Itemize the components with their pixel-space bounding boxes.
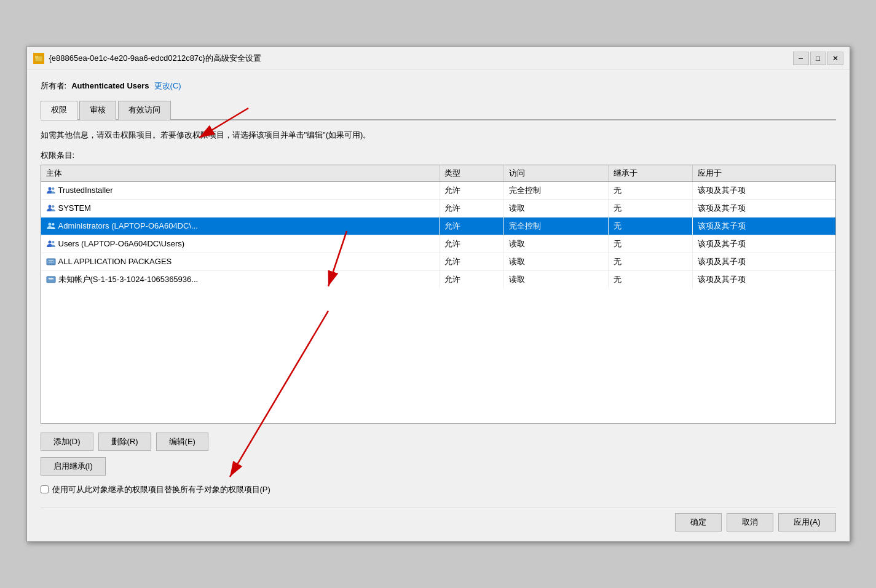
cell-principal: Administrators (LAPTOP-O6A604DC\...: [41, 218, 440, 235]
cell-access: 读取: [504, 253, 608, 271]
cell-type: 允许: [439, 235, 503, 253]
action-buttons-row: 添加(D) 删除(R) 编辑(E): [41, 433, 836, 451]
window-title: {e88865ea-0e1c-4e20-9aa6-edcd0212c87c}的高…: [49, 53, 793, 64]
table-row[interactable]: Users (LAPTOP-O6A604DC\Users) 允许 读取 无 该项…: [41, 235, 835, 253]
table-header-row: 主体 类型 访问 继承于 应用于: [41, 165, 835, 182]
enable-inherit-button[interactable]: 启用继承(I): [41, 457, 106, 476]
svg-point-2: [48, 187, 51, 190]
table-row[interactable]: Administrators (LAPTOP-O6A604DC\... 允许 完…: [41, 218, 835, 235]
tab-audit[interactable]: 审核: [79, 101, 116, 120]
cell-inherited: 无: [608, 182, 692, 200]
col-header-inherited: 继承于: [608, 165, 692, 182]
cell-inherited: 无: [608, 271, 692, 289]
cell-applies-to: 该项及其子项: [693, 200, 835, 218]
cell-type: 允许: [439, 200, 503, 218]
replace-checkbox-label[interactable]: 使用可从此对象继承的权限项目替换所有子对象的权限项目(P): [52, 484, 270, 495]
change-owner-link[interactable]: 更改(C): [154, 80, 181, 92]
cell-type: 允许: [439, 253, 503, 271]
cell-access: 读取: [504, 235, 608, 253]
cell-inherited: 无: [608, 235, 692, 253]
apply-button[interactable]: 应用(A): [778, 513, 835, 531]
cell-principal: Users (LAPTOP-O6A604DC\Users): [41, 235, 440, 253]
col-header-applies: 应用于: [693, 165, 835, 182]
cell-applies-to: 该项及其子项: [693, 182, 835, 200]
cell-access: 读取: [504, 200, 608, 218]
cell-type: 允许: [439, 218, 503, 235]
table-row[interactable]: SYSTEM 允许 读取 无 该项及其子项: [41, 200, 835, 218]
svg-point-3: [52, 187, 54, 190]
table-empty-area: [41, 288, 835, 423]
window-icon: [33, 53, 44, 64]
svg-rect-15: [49, 280, 53, 280]
col-header-principal: 主体: [41, 165, 440, 182]
edit-button[interactable]: 编辑(E): [156, 433, 208, 451]
cell-principal: TrustedInstaller: [41, 182, 440, 200]
cell-applies-to: 该项及其子项: [693, 271, 835, 289]
replace-permissions-checkbox[interactable]: [41, 485, 49, 493]
minimize-button[interactable]: –: [793, 52, 809, 65]
cell-principal: 未知帐户(S-1-15-3-1024-1065365936...: [41, 271, 440, 289]
svg-rect-14: [49, 278, 53, 279]
tabs-bar: 权限 审核 有效访问: [41, 100, 836, 120]
cell-access: 完全控制: [504, 182, 608, 200]
cell-access: 完全控制: [504, 218, 608, 235]
title-bar: {e88865ea-0e1c-4e20-9aa6-edcd0212c87c}的高…: [27, 47, 850, 69]
info-text: 如需其他信息，请双击权限项目。若要修改权限项目，请选择该项目并单击"编辑"(如果…: [41, 129, 836, 142]
svg-rect-12: [49, 262, 53, 262]
owner-value: Authenticated Users: [71, 81, 149, 90]
close-button[interactable]: ✕: [827, 52, 843, 65]
cell-type: 允许: [439, 182, 503, 200]
section-title: 权限条目:: [41, 150, 836, 161]
table-row[interactable]: 未知帐户(S-1-15-3-1024-1065365936... 允许 读取 无…: [41, 271, 835, 289]
cell-applies-to: 该项及其子项: [693, 253, 835, 271]
owner-row: 所有者: Authenticated Users 更改(C): [41, 80, 836, 92]
replace-checkbox-row: 使用可从此对象继承的权限项目替换所有子对象的权限项目(P): [41, 484, 836, 495]
owner-label: 所有者:: [41, 80, 67, 92]
svg-point-9: [52, 241, 54, 243]
permissions-table-container: 主体 类型 访问 继承于 应用于 TrustedInstaller 允许 完: [41, 165, 836, 424]
svg-point-6: [48, 222, 51, 225]
window-body: 所有者: Authenticated Users 更改(C) 权限 审核 有效访…: [27, 69, 850, 542]
svg-rect-1: [35, 56, 38, 58]
tab-permissions[interactable]: 权限: [41, 101, 77, 120]
ok-button[interactable]: 确定: [675, 513, 722, 531]
remove-button[interactable]: 删除(R): [98, 433, 151, 451]
tab-effective-access[interactable]: 有效访问: [118, 101, 171, 120]
maximize-button[interactable]: □: [810, 52, 826, 65]
table-row[interactable]: ALL APPLICATION PACKAGES 允许 读取 无 该项及其子项: [41, 253, 835, 271]
cell-inherited: 无: [608, 200, 692, 218]
col-header-type: 类型: [439, 165, 503, 182]
cell-access: 读取: [504, 271, 608, 289]
svg-point-4: [48, 205, 51, 208]
footer-buttons: 确定 取消 应用(A): [41, 508, 836, 531]
svg-rect-11: [49, 261, 53, 261]
cancel-button[interactable]: 取消: [727, 513, 773, 531]
svg-point-5: [52, 205, 54, 208]
cell-principal: SYSTEM: [41, 200, 440, 218]
cell-type: 允许: [439, 271, 503, 289]
cell-inherited: 无: [608, 253, 692, 271]
svg-point-7: [52, 223, 54, 225]
cell-principal: ALL APPLICATION PACKAGES: [41, 253, 440, 271]
add-button[interactable]: 添加(D): [41, 433, 93, 451]
window-controls: – □ ✕: [793, 52, 843, 65]
cell-inherited: 无: [608, 218, 692, 235]
svg-point-8: [48, 240, 51, 243]
cell-applies-to: 该项及其子项: [693, 218, 835, 235]
cell-applies-to: 该项及其子项: [693, 235, 835, 253]
inherit-btn-row: 启用继承(I): [41, 457, 836, 476]
col-header-access: 访问: [504, 165, 608, 182]
permissions-table: 主体 类型 访问 继承于 应用于 TrustedInstaller 允许 完: [41, 165, 835, 288]
table-row[interactable]: TrustedInstaller 允许 完全控制 无 该项及其子项: [41, 182, 835, 200]
